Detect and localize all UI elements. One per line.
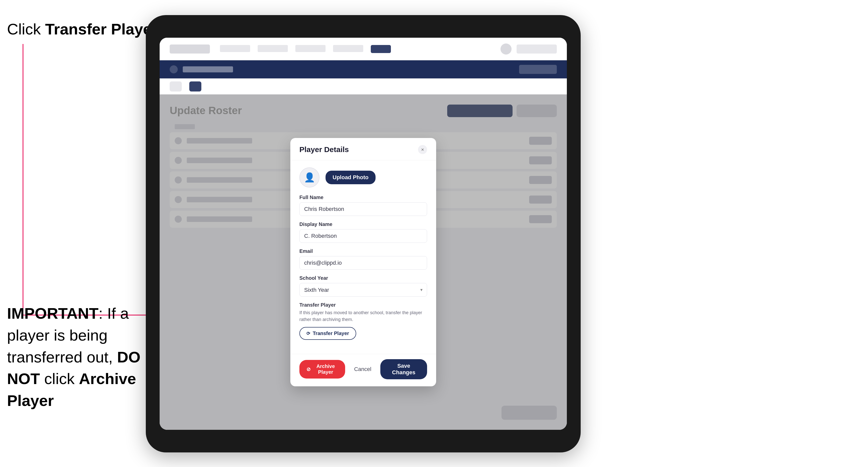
- person-icon: 👤: [304, 172, 315, 183]
- instruction-bottom: IMPORTANT: If a player is being transfer…: [7, 303, 153, 412]
- school-year-select[interactable]: Sixth Year First Year Second Year Third …: [300, 283, 427, 297]
- email-group: Email: [300, 248, 427, 270]
- nav-user-avatar: [500, 43, 512, 55]
- transfer-player-btn-label: Transfer Player: [313, 331, 349, 336]
- modal-header: Player Details ×: [290, 138, 436, 160]
- instruction-end: click: [40, 370, 79, 387]
- email-label: Email: [300, 248, 427, 254]
- nav-link-schedule[interactable]: [296, 45, 326, 52]
- top-nav: [160, 38, 567, 60]
- sub-nav-breadcrumb: [183, 66, 233, 72]
- nav-action-btn[interactable]: [517, 44, 557, 54]
- transfer-icon: ⟳: [306, 331, 310, 336]
- tab-row: [160, 79, 567, 94]
- display-name-label: Display Name: [300, 221, 427, 227]
- nav-link-active-roster[interactable]: [371, 45, 391, 53]
- arrow-vertical-line: [23, 44, 23, 315]
- nav-link-settings[interactable]: [333, 45, 363, 52]
- app-logo: [170, 44, 210, 54]
- instruction-prefix: Click: [7, 20, 45, 38]
- player-details-modal: Player Details × 👤 Upload Photo: [290, 138, 436, 386]
- nav-link-teams[interactable]: [258, 45, 288, 52]
- transfer-section-label: Transfer Player: [300, 302, 427, 308]
- nav-link-dashboard[interactable]: [220, 45, 250, 52]
- modal-overlay: Player Details × 👤 Upload Photo: [160, 94, 567, 430]
- app-background: Update Roster: [160, 38, 567, 430]
- tablet-screen: Update Roster: [160, 38, 567, 430]
- email-input[interactable]: [300, 256, 427, 270]
- tablet-device: Update Roster: [146, 15, 581, 453]
- full-name-group: Full Name: [300, 194, 427, 216]
- avatar-section: 👤 Upload Photo: [300, 167, 427, 187]
- modal-title: Player Details: [300, 145, 349, 154]
- transfer-player-section: Transfer Player If this player has moved…: [300, 302, 427, 340]
- instruction-top: Click Transfer Player: [7, 20, 158, 38]
- tab-add-active[interactable]: [189, 82, 202, 92]
- full-name-input[interactable]: [300, 203, 427, 216]
- player-avatar: 👤: [300, 167, 319, 187]
- instruction-transfer-bold: Transfer Player: [45, 20, 158, 38]
- sub-nav-action-btn[interactable]: [519, 65, 557, 74]
- transfer-description: If this player has moved to another scho…: [300, 309, 427, 323]
- sub-nav: [160, 60, 567, 79]
- tab-roster[interactable]: [170, 82, 182, 92]
- modal-footer: ⊘ Archive Player Cancel Save Changes: [290, 354, 436, 386]
- school-year-select-wrapper: Sixth Year First Year Second Year Third …: [300, 283, 427, 297]
- school-year-label: School Year: [300, 275, 427, 281]
- nav-links: [220, 45, 490, 53]
- cancel-button[interactable]: Cancel: [349, 363, 376, 375]
- sub-nav-icon: [170, 65, 178, 73]
- school-year-group: School Year Sixth Year First Year Second…: [300, 275, 427, 297]
- modal-body: 👤 Upload Photo Full Name: [290, 160, 436, 354]
- full-name-label: Full Name: [300, 194, 427, 200]
- save-changes-button[interactable]: Save Changes: [380, 359, 427, 379]
- archive-btn-label: Archive Player: [313, 364, 338, 375]
- transfer-player-button[interactable]: ⟳ Transfer Player: [300, 327, 356, 340]
- display-name-group: Display Name: [300, 221, 427, 243]
- archive-icon: ⊘: [306, 366, 311, 372]
- main-content: Update Roster: [160, 94, 567, 430]
- modal-close-button[interactable]: ×: [418, 145, 427, 154]
- upload-photo-button[interactable]: Upload Photo: [326, 171, 376, 184]
- archive-player-button[interactable]: ⊘ Archive Player: [300, 360, 345, 378]
- instruction-important: IMPORTANT: [7, 305, 98, 322]
- nav-right: [500, 43, 557, 55]
- display-name-input[interactable]: [300, 229, 427, 243]
